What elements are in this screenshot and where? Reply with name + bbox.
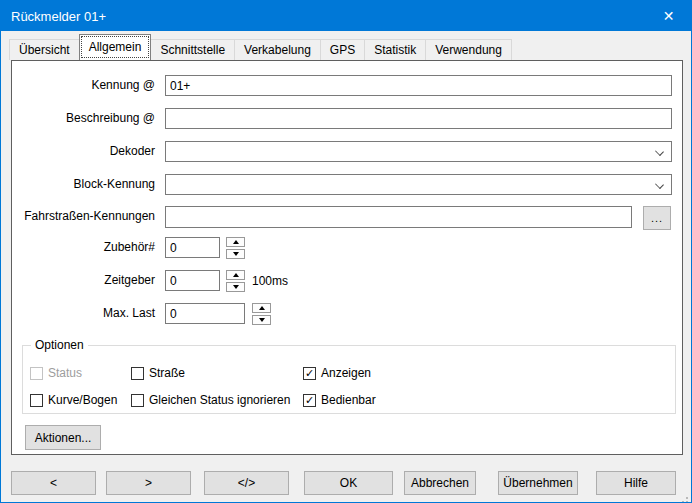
form-row: Kennung @ [12, 75, 682, 99]
code-view-button[interactable]: </> [204, 471, 289, 495]
chevron-down-icon [655, 147, 664, 156]
checkbox-label: Kurve/Bogen [48, 393, 117, 407]
arrow-up-icon [233, 240, 239, 244]
zeitgeber-unit-label: 100ms [252, 270, 288, 292]
arrow-up-icon [233, 273, 239, 277]
checkbox-box [131, 394, 144, 407]
tab-schnittstelle[interactable]: Schnittstelle [150, 39, 235, 60]
tab-uebersicht[interactable]: Übersicht [9, 39, 80, 60]
checkbox-kurve-bogen[interactable]: Kurve/Bogen [30, 393, 117, 407]
max-last-spin-down-button[interactable] [252, 315, 271, 325]
tab-strip: Übersicht Allgemein Schnittstelle Verkab… [9, 37, 683, 60]
zeitgeber-label: Zeitgeber [12, 270, 155, 291]
fahrstrassen-input[interactable] [165, 206, 632, 228]
dekoder-label: Dekoder [12, 141, 155, 162]
checkbox-label: Bedienbar [321, 393, 376, 407]
arrow-down-icon [233, 252, 239, 256]
zubehoer-spin-down-button[interactable] [226, 249, 245, 259]
checkbox-strasse[interactable]: Straße [131, 366, 185, 380]
checkbox-label: Anzeigen [321, 366, 371, 380]
zubehoer-spin-up-button[interactable] [226, 237, 245, 247]
window-title: Rückmelder 01+ [1, 9, 646, 24]
checkbox-gleichen-status-ignorieren[interactable]: Gleichen Status ignorieren [131, 393, 290, 407]
max-last-label: Max. Last [12, 303, 155, 324]
close-icon: ✕ [663, 8, 675, 24]
max-last-spinner [252, 303, 271, 325]
checkbox-label: Gleichen Status ignorieren [149, 393, 290, 407]
form-row: Fahrstraßen-Kennungen ... [12, 206, 682, 230]
dekoder-select[interactable] [165, 141, 672, 162]
checkbox-box [131, 367, 144, 380]
checkbox-label: Straße [149, 366, 185, 380]
options-groupbox: Optionen Status Straße ✓ Anzeigen Kurve/… [22, 345, 676, 414]
form-row: Max. Last [12, 303, 682, 327]
kennung-input[interactable] [165, 75, 672, 96]
checkbox-box: ✓ [303, 367, 316, 380]
tab-verwendung[interactable]: Verwendung [425, 39, 512, 60]
tab-statistik[interactable]: Statistik [364, 39, 426, 60]
checkbox-box: ✓ [303, 394, 316, 407]
tab-gps[interactable]: GPS [320, 39, 365, 60]
tab-allgemein[interactable]: Allgemein [79, 34, 152, 60]
titlebar: Rückmelder 01+ ✕ [1, 1, 691, 31]
block-kennung-label: Block-Kennung [12, 174, 155, 195]
block-kennung-select[interactable] [165, 174, 672, 195]
arrow-up-icon [259, 306, 265, 310]
fahrstrassen-browse-button[interactable]: ... [643, 206, 671, 230]
chevron-down-icon [655, 180, 664, 189]
zeitgeber-spin-down-button[interactable] [226, 282, 245, 292]
beschreibung-label: Beschreibung @ [12, 108, 155, 129]
arrow-down-icon [233, 285, 239, 289]
resize-grip[interactable] [686, 497, 688, 499]
checkbox-box [30, 394, 43, 407]
options-legend: Optionen [31, 338, 88, 352]
tab-page-allgemein: Kennung @ Beschreibung @ Dekoder Block-K… [11, 60, 683, 455]
tab-verkabelung[interactable]: Verkabelung [234, 39, 321, 60]
checkbox-anzeigen[interactable]: ✓ Anzeigen [303, 366, 371, 380]
zeitgeber-spin-up-button[interactable] [226, 270, 245, 280]
next-button[interactable]: > [106, 471, 191, 495]
checkbox-box [30, 367, 43, 380]
hilfe-button[interactable]: Hilfe [596, 471, 676, 495]
checkbox-bedienbar[interactable]: ✓ Bedienbar [303, 393, 376, 407]
ok-button[interactable]: OK [304, 471, 393, 495]
zubehoer-spinner [226, 237, 245, 259]
form-row: Dekoder [12, 141, 682, 165]
form-row: Block-Kennung [12, 174, 682, 198]
dialog-rueckmelder: Rückmelder 01+ ✕ Übersicht Allgemein Sch… [0, 0, 692, 503]
uebernehmen-button[interactable]: Übernehmen [498, 471, 578, 495]
max-last-input[interactable] [165, 303, 245, 324]
aktionen-button[interactable]: Aktionen... [25, 425, 101, 450]
checkbox-status: Status [30, 366, 82, 380]
abbrechen-button[interactable]: Abbrechen [404, 471, 476, 495]
checkbox-label: Status [48, 366, 82, 380]
zeitgeber-input[interactable] [165, 270, 220, 291]
zeitgeber-spinner [226, 270, 245, 292]
zubehoer-input[interactable] [165, 237, 220, 258]
arrow-down-icon [259, 318, 265, 322]
fahrstrassen-label: Fahrstraßen-Kennungen [12, 206, 155, 227]
form-row: Zeitgeber 100ms [12, 270, 682, 294]
zubehoer-label: Zubehör# [12, 237, 155, 258]
kennung-label: Kennung @ [12, 75, 155, 96]
beschreibung-input[interactable] [165, 108, 672, 129]
form-row: Zubehör# [12, 237, 682, 261]
prev-button[interactable]: < [11, 471, 96, 495]
form-row: Beschreibung @ [12, 108, 682, 132]
close-button[interactable]: ✕ [646, 1, 691, 31]
max-last-spin-up-button[interactable] [252, 303, 271, 313]
